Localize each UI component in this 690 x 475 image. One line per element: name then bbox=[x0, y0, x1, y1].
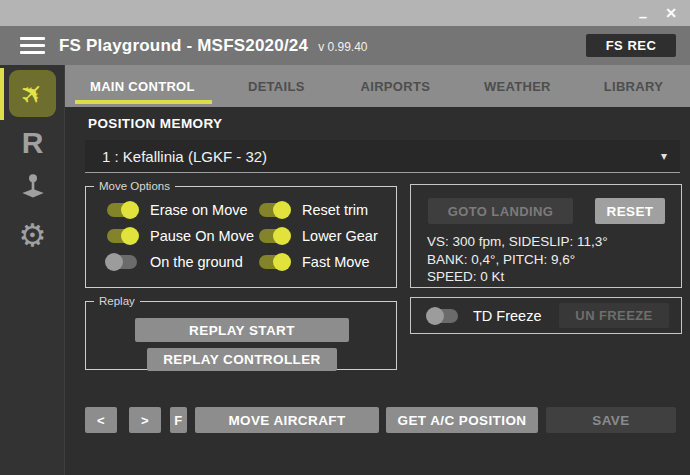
gear-icon: ⚙ bbox=[19, 217, 47, 254]
aircraft-icon: ✈ bbox=[14, 75, 50, 111]
goto-landing-button[interactable]: GOTO LANDING bbox=[428, 198, 573, 224]
next-position-button[interactable]: > bbox=[129, 407, 161, 433]
on-the-ground-label: On the ground bbox=[150, 254, 243, 270]
chevron-down-icon: ▾ bbox=[661, 149, 667, 163]
menu-bar bbox=[20, 37, 45, 40]
lower-gear-label: Lower Gear bbox=[302, 228, 378, 244]
tab-bar: MAIN CONTROL DETAILS AIRPORTS WEATHER LI… bbox=[65, 65, 690, 107]
option-row: On the ground bbox=[107, 254, 259, 270]
move-options-group: Move Options Erase on Move Reset trim Pa… bbox=[85, 180, 397, 288]
save-button[interactable]: SAVE bbox=[546, 407, 676, 433]
toggle-knob bbox=[105, 253, 123, 271]
option-row: Pause On Move bbox=[107, 228, 259, 244]
reset-trim-toggle[interactable] bbox=[259, 203, 289, 217]
option-row: Lower Gear bbox=[259, 228, 396, 244]
td-freeze-toggle[interactable] bbox=[428, 309, 458, 323]
active-tab-strip bbox=[0, 68, 4, 120]
pause-on-move-label: Pause On Move bbox=[150, 228, 254, 244]
replay-controller-button[interactable]: REPLAY CONTROLLER bbox=[147, 348, 337, 371]
reset-button[interactable]: RESET bbox=[595, 198, 665, 224]
fs-playground-window: – ✕ FS Playground - MSFS2020/24 v 0.99.4… bbox=[0, 0, 690, 475]
unfreeze-button[interactable]: UN FREEZE bbox=[559, 303, 669, 328]
stats-line-speed: SPEED: 0 Kt bbox=[427, 268, 608, 286]
erase-on-move-toggle[interactable] bbox=[107, 203, 137, 217]
pause-on-move-toggle[interactable] bbox=[107, 229, 137, 243]
move-options-legend: Move Options bbox=[94, 180, 175, 192]
menu-bar bbox=[20, 51, 45, 54]
fast-move-toggle[interactable] bbox=[259, 255, 289, 269]
close-icon[interactable]: ✕ bbox=[656, 0, 686, 26]
fs-rec-button[interactable]: FS REC bbox=[586, 34, 676, 57]
recorder-icon: R bbox=[22, 126, 44, 160]
tab-library[interactable]: LIBRARY bbox=[577, 65, 690, 107]
stats-line-vs-sideslip: VS: 300 fpm, SIDESLIP: 11,3° bbox=[427, 233, 608, 251]
sidebar: ✈ R ⚙ bbox=[0, 65, 65, 475]
sidebar-item-controls[interactable] bbox=[0, 169, 65, 205]
replay-group: Replay REPLAY START REPLAY CONTROLLER bbox=[85, 295, 397, 370]
app-title: FS Playground - MSFS2020/24 bbox=[59, 36, 308, 56]
tab-airports[interactable]: AIRPORTS bbox=[333, 65, 458, 107]
move-aircraft-button[interactable]: MOVE AIRCRAFT bbox=[195, 407, 379, 433]
erase-on-move-label: Erase on Move bbox=[150, 202, 248, 218]
position-memory-heading: POSITION MEMORY bbox=[88, 116, 223, 131]
td-freeze-label: TD Freeze bbox=[473, 298, 542, 333]
on-the-ground-toggle[interactable] bbox=[107, 255, 137, 269]
toggle-knob bbox=[273, 201, 291, 219]
f-button[interactable]: F bbox=[170, 407, 187, 433]
toggle-knob bbox=[121, 201, 139, 219]
option-row: Erase on Move bbox=[107, 202, 259, 218]
fast-move-label: Fast Move bbox=[302, 254, 370, 270]
move-options-grid: Erase on Move Reset trim Pause On Move L… bbox=[86, 192, 396, 270]
prev-position-button[interactable]: < bbox=[85, 407, 117, 433]
reset-trim-label: Reset trim bbox=[302, 202, 368, 218]
sidebar-item-aircraft[interactable]: ✈ bbox=[9, 70, 56, 117]
titlebar: – ✕ bbox=[0, 0, 690, 26]
toggle-knob bbox=[273, 227, 291, 245]
joystick-icon bbox=[17, 171, 49, 203]
stats-line-bank-pitch: BANK: 0,4°, PITCH: 9,6° bbox=[427, 251, 608, 269]
get-ac-position-button[interactable]: GET A/C POSITION bbox=[386, 407, 538, 433]
option-row: Fast Move bbox=[259, 254, 396, 270]
menu-icon[interactable] bbox=[20, 37, 45, 54]
minimize-icon[interactable]: – bbox=[628, 0, 658, 26]
position-memory-select[interactable]: 1 : Kefallinia (LGKF - 32) ▾ bbox=[85, 140, 680, 173]
replay-start-button[interactable]: REPLAY START bbox=[135, 318, 349, 342]
app-header: FS Playground - MSFS2020/24 v 0.99.40 FS… bbox=[0, 26, 690, 65]
td-freeze-panel: TD Freeze UN FREEZE bbox=[410, 297, 682, 334]
toggle-knob bbox=[426, 307, 444, 325]
sidebar-item-settings[interactable]: ⚙ bbox=[0, 215, 65, 255]
app-version: v 0.99.40 bbox=[318, 37, 367, 54]
tab-details[interactable]: DETAILS bbox=[220, 65, 333, 107]
menu-bar bbox=[20, 44, 45, 47]
option-row: Reset trim bbox=[259, 202, 396, 218]
replay-legend: Replay bbox=[94, 295, 140, 307]
sidebar-item-recorder[interactable]: R bbox=[0, 125, 65, 161]
toggle-knob bbox=[121, 227, 139, 245]
tab-main-control[interactable]: MAIN CONTROL bbox=[65, 65, 220, 107]
flight-stats: VS: 300 fpm, SIDESLIP: 11,3° BANK: 0,4°,… bbox=[427, 233, 608, 286]
position-memory-selected-value: 1 : Kefallinia (LGKF - 32) bbox=[102, 148, 267, 165]
landing-panel: GOTO LANDING RESET VS: 300 fpm, SIDESLIP… bbox=[410, 184, 682, 288]
lower-gear-toggle[interactable] bbox=[259, 229, 289, 243]
toggle-knob bbox=[273, 253, 291, 271]
tab-weather[interactable]: WEATHER bbox=[458, 65, 577, 107]
